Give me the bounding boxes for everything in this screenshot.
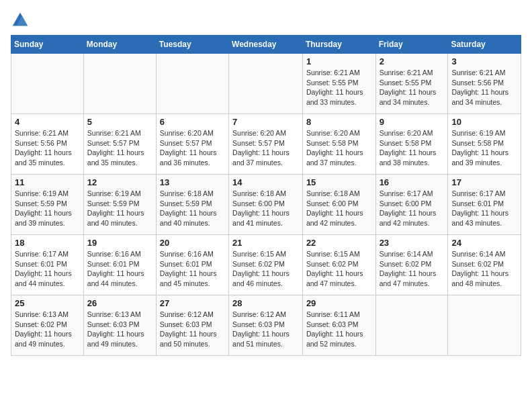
calendar-cell: 26Sunrise: 6:13 AM Sunset: 6:03 PM Dayli…: [83, 295, 156, 356]
page-header: [11, 11, 521, 30]
day-info: Sunrise: 6:17 AM Sunset: 6:01 PM Dayligh…: [451, 189, 517, 228]
day-number: 8: [306, 117, 372, 127]
day-number: 20: [160, 238, 225, 248]
calendar-cell: 8Sunrise: 6:20 AM Sunset: 5:58 PM Daylig…: [302, 114, 375, 175]
calendar-cell: 20Sunrise: 6:16 AM Sunset: 6:01 PM Dayli…: [156, 235, 228, 295]
day-info: Sunrise: 6:13 AM Sunset: 6:03 PM Dayligh…: [87, 310, 152, 349]
day-number: 27: [160, 298, 225, 308]
day-number: 6: [160, 117, 225, 127]
calendar-header: SundayMondayTuesdayWednesdayThursdayFrid…: [11, 36, 521, 54]
calendar-cell: 3Sunrise: 6:21 AM Sunset: 5:56 PM Daylig…: [448, 54, 521, 114]
calendar-cell: 25Sunrise: 6:13 AM Sunset: 6:02 PM Dayli…: [11, 295, 84, 356]
calendar-cell: 4Sunrise: 6:21 AM Sunset: 5:56 PM Daylig…: [11, 114, 84, 175]
calendar-cell: 7Sunrise: 6:20 AM Sunset: 5:57 PM Daylig…: [229, 114, 303, 175]
day-info: Sunrise: 6:13 AM Sunset: 6:02 PM Dayligh…: [15, 310, 80, 349]
day-number: 2: [380, 56, 445, 66]
calendar-table: SundayMondayTuesdayWednesdayThursdayFrid…: [11, 35, 521, 356]
calendar-cell: [11, 54, 84, 114]
day-number: 5: [87, 117, 152, 127]
day-info: Sunrise: 6:20 AM Sunset: 5:57 PM Dayligh…: [232, 128, 299, 168]
week-row-3: 18Sunrise: 6:17 AM Sunset: 6:01 PM Dayli…: [11, 235, 521, 295]
calendar-cell: 19Sunrise: 6:16 AM Sunset: 6:01 PM Dayli…: [83, 235, 156, 295]
day-number: 17: [451, 177, 517, 187]
calendar-cell: [83, 54, 156, 114]
calendar-cell: 18Sunrise: 6:17 AM Sunset: 6:01 PM Dayli…: [11, 235, 84, 295]
calendar-cell: 10Sunrise: 6:19 AM Sunset: 5:58 PM Dayli…: [448, 114, 521, 175]
calendar-cell: 11Sunrise: 6:19 AM Sunset: 5:59 PM Dayli…: [11, 175, 84, 235]
calendar-cell: 24Sunrise: 6:14 AM Sunset: 6:02 PM Dayli…: [448, 235, 521, 295]
day-number: 18: [15, 238, 80, 248]
day-number: 11: [15, 177, 80, 187]
calendar-cell: 1Sunrise: 6:21 AM Sunset: 5:55 PM Daylig…: [302, 54, 375, 114]
day-info: Sunrise: 6:11 AM Sunset: 6:03 PM Dayligh…: [306, 310, 372, 349]
calendar-cell: [156, 54, 228, 114]
day-info: Sunrise: 6:21 AM Sunset: 5:55 PM Dayligh…: [380, 68, 445, 107]
day-info: Sunrise: 6:14 AM Sunset: 6:02 PM Dayligh…: [451, 249, 517, 289]
week-row-4: 25Sunrise: 6:13 AM Sunset: 6:02 PM Dayli…: [11, 295, 521, 356]
logo: [11, 11, 32, 30]
logo-icon: [11, 11, 30, 30]
day-number: 23: [380, 238, 445, 248]
day-info: Sunrise: 6:21 AM Sunset: 5:56 PM Dayligh…: [15, 128, 80, 168]
day-number: 4: [15, 117, 80, 127]
day-number: 21: [232, 238, 299, 248]
calendar-cell: [229, 54, 303, 114]
calendar-cell: 22Sunrise: 6:15 AM Sunset: 6:02 PM Dayli…: [302, 235, 375, 295]
day-number: 14: [232, 177, 299, 187]
calendar-cell: 28Sunrise: 6:12 AM Sunset: 6:03 PM Dayli…: [229, 295, 303, 356]
calendar-cell: 2Sunrise: 6:21 AM Sunset: 5:55 PM Daylig…: [375, 54, 448, 114]
day-info: Sunrise: 6:21 AM Sunset: 5:55 PM Dayligh…: [306, 68, 372, 107]
day-info: Sunrise: 6:14 AM Sunset: 6:02 PM Dayligh…: [380, 249, 445, 289]
day-number: 15: [306, 177, 372, 187]
header-saturday: Saturday: [448, 36, 521, 54]
day-info: Sunrise: 6:17 AM Sunset: 6:00 PM Dayligh…: [380, 189, 445, 228]
day-number: 13: [160, 177, 225, 187]
day-number: 22: [306, 238, 372, 248]
day-info: Sunrise: 6:19 AM Sunset: 5:59 PM Dayligh…: [15, 189, 80, 228]
day-info: Sunrise: 6:20 AM Sunset: 5:58 PM Dayligh…: [306, 128, 372, 168]
header-row: SundayMondayTuesdayWednesdayThursdayFrid…: [11, 36, 521, 54]
calendar-cell: 6Sunrise: 6:20 AM Sunset: 5:57 PM Daylig…: [156, 114, 228, 175]
day-info: Sunrise: 6:15 AM Sunset: 6:02 PM Dayligh…: [306, 249, 372, 289]
calendar-cell: 14Sunrise: 6:18 AM Sunset: 6:00 PM Dayli…: [229, 175, 303, 235]
header-thursday: Thursday: [302, 36, 375, 54]
day-info: Sunrise: 6:18 AM Sunset: 5:59 PM Dayligh…: [160, 189, 225, 228]
calendar-cell: 16Sunrise: 6:17 AM Sunset: 6:00 PM Dayli…: [375, 175, 448, 235]
calendar-cell: 21Sunrise: 6:15 AM Sunset: 6:02 PM Dayli…: [229, 235, 303, 295]
day-info: Sunrise: 6:16 AM Sunset: 6:01 PM Dayligh…: [87, 249, 152, 289]
calendar-cell: 29Sunrise: 6:11 AM Sunset: 6:03 PM Dayli…: [302, 295, 375, 356]
header-tuesday: Tuesday: [156, 36, 228, 54]
week-row-1: 4Sunrise: 6:21 AM Sunset: 5:56 PM Daylig…: [11, 114, 521, 175]
week-row-2: 11Sunrise: 6:19 AM Sunset: 5:59 PM Dayli…: [11, 175, 521, 235]
day-number: 29: [306, 298, 372, 308]
week-row-0: 1Sunrise: 6:21 AM Sunset: 5:55 PM Daylig…: [11, 54, 521, 114]
day-number: 12: [87, 177, 152, 187]
calendar-cell: 23Sunrise: 6:14 AM Sunset: 6:02 PM Dayli…: [375, 235, 448, 295]
calendar-cell: 13Sunrise: 6:18 AM Sunset: 5:59 PM Dayli…: [156, 175, 228, 235]
calendar-cell: 9Sunrise: 6:20 AM Sunset: 5:58 PM Daylig…: [375, 114, 448, 175]
day-number: 26: [87, 298, 152, 308]
day-info: Sunrise: 6:12 AM Sunset: 6:03 PM Dayligh…: [160, 310, 225, 349]
day-number: 1: [306, 56, 372, 66]
day-number: 28: [232, 298, 299, 308]
day-info: Sunrise: 6:20 AM Sunset: 5:58 PM Dayligh…: [380, 128, 445, 168]
day-info: Sunrise: 6:16 AM Sunset: 6:01 PM Dayligh…: [160, 249, 225, 289]
day-info: Sunrise: 6:12 AM Sunset: 6:03 PM Dayligh…: [232, 310, 299, 349]
day-info: Sunrise: 6:18 AM Sunset: 6:00 PM Dayligh…: [306, 189, 372, 228]
day-info: Sunrise: 6:19 AM Sunset: 5:59 PM Dayligh…: [87, 189, 152, 228]
day-info: Sunrise: 6:21 AM Sunset: 5:57 PM Dayligh…: [87, 128, 152, 168]
day-info: Sunrise: 6:15 AM Sunset: 6:02 PM Dayligh…: [232, 249, 299, 289]
calendar-cell: 15Sunrise: 6:18 AM Sunset: 6:00 PM Dayli…: [302, 175, 375, 235]
calendar-body: 1Sunrise: 6:21 AM Sunset: 5:55 PM Daylig…: [11, 54, 521, 356]
day-info: Sunrise: 6:20 AM Sunset: 5:57 PM Dayligh…: [160, 128, 225, 168]
calendar-cell: [448, 295, 521, 356]
header-friday: Friday: [375, 36, 448, 54]
calendar-cell: [375, 295, 448, 356]
day-number: 7: [232, 117, 299, 127]
day-number: 16: [380, 177, 445, 187]
day-info: Sunrise: 6:17 AM Sunset: 6:01 PM Dayligh…: [15, 249, 80, 289]
day-number: 24: [451, 238, 517, 248]
day-info: Sunrise: 6:18 AM Sunset: 6:00 PM Dayligh…: [232, 189, 299, 228]
calendar-cell: 17Sunrise: 6:17 AM Sunset: 6:01 PM Dayli…: [448, 175, 521, 235]
header-wednesday: Wednesday: [229, 36, 303, 54]
